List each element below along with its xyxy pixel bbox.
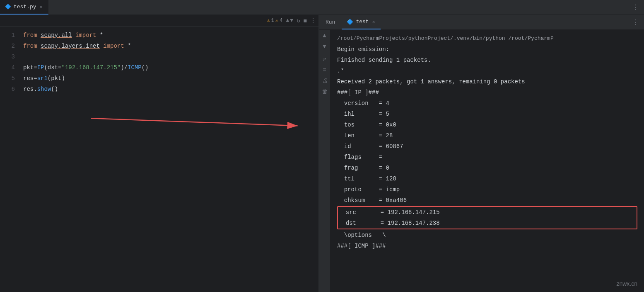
str-ip: "192.168.147.215" xyxy=(61,64,121,71)
kw-from-2: from xyxy=(23,43,37,49)
print-button[interactable]: 🖨 xyxy=(322,78,328,84)
code-line-5: res=sr1(pkt) xyxy=(23,73,318,84)
down-arrow[interactable]: ▼ xyxy=(290,17,293,24)
module-scapy-all: scapy.all xyxy=(41,32,72,39)
func-icmp: ICMP xyxy=(128,64,142,71)
sp1 xyxy=(37,32,41,39)
code-line-4: pkt=IP(dst="192.168.147.215")/ICMP() xyxy=(23,62,318,73)
run-tab-file-icon: 🔷 xyxy=(347,19,353,25)
output-len: len = 28 xyxy=(337,130,637,141)
output-begin: Begin emission: xyxy=(337,44,637,55)
stop-button[interactable]: ◼ xyxy=(304,17,307,24)
output-options: \options \ xyxy=(337,230,637,241)
more-button[interactable]: ⋮ xyxy=(310,17,316,24)
line-num-2: 2 xyxy=(0,41,20,51)
output-dot: .* xyxy=(337,66,637,76)
output-src-dst-box: src = 192.168.147.215 dst = 192.168.147.… xyxy=(337,206,637,229)
output-frag: frag = 0 xyxy=(337,163,637,173)
param-pkt: pkt xyxy=(51,75,61,82)
output-finished: Finished sending 1 packets. xyxy=(337,55,637,66)
line-num-5: 5 xyxy=(0,73,20,84)
nav-arrows[interactable]: ▲ ▼ xyxy=(286,17,294,24)
wrap-button[interactable]: ⇌ xyxy=(323,56,326,63)
line-num-3: 3 xyxy=(0,51,20,62)
sp2 xyxy=(72,32,75,39)
output-ttl: ttl = 128 xyxy=(337,173,637,184)
run-label: Run xyxy=(326,19,335,25)
code-line-2: from scapy.layers.inet import * xyxy=(23,41,318,51)
sp5 xyxy=(100,43,103,49)
func-sr1: sr1 xyxy=(37,75,48,82)
sp4 xyxy=(37,43,41,49)
output-version: version = 4 xyxy=(337,98,637,109)
output-src: src = 192.168.147.215 xyxy=(339,207,636,218)
sp6: * xyxy=(124,43,131,49)
var-res2: res xyxy=(23,86,34,92)
kw-import-1: import xyxy=(75,32,96,39)
kw-import-2: import xyxy=(103,43,124,49)
output-id: id = 60867 xyxy=(337,141,637,152)
run-tab-bar: Run 🔷 test ✕ ⋮ xyxy=(319,15,644,30)
output-chksum: chksum = 0xa406 xyxy=(337,195,637,206)
file-icon: 🔷 xyxy=(5,4,11,10)
func-show: show xyxy=(37,86,51,92)
output-ihl: ihl = 5 xyxy=(337,109,637,119)
main-area: ⚠ 1 ⚠ 4 ▲ ▼ ↻ ◼ ⋮ 1 2 3 4 5 6 xyxy=(0,15,644,292)
run-side-toolbar: ▲ ▼ ⇌ ≡ 🖨 🗑 xyxy=(319,30,330,292)
watermark: znwx.cn xyxy=(616,280,637,287)
editor-menu-button[interactable]: ⋮ xyxy=(632,3,644,12)
output-dst: dst = 192.168.147.238 xyxy=(339,218,636,229)
run-tab-close[interactable]: ✕ xyxy=(371,18,376,25)
trash-button[interactable]: 🗑 xyxy=(322,88,328,95)
run-tab-label[interactable]: Run xyxy=(319,15,342,29)
code-line-1: from scapy.all import * xyxy=(23,30,318,41)
warning-icon: ⚠ xyxy=(267,17,270,24)
output-proto: proto = icmp xyxy=(337,184,637,195)
warning-count: 1 xyxy=(271,18,274,24)
code-line-3 xyxy=(23,51,318,62)
param-dst: dst xyxy=(48,64,58,71)
line-num-1: 1 xyxy=(0,30,20,41)
scroll-down-button[interactable]: ▼ xyxy=(323,43,326,50)
output-icmp-header: ###[ ICMP ]### xyxy=(337,241,637,251)
var-pkt: pkt xyxy=(23,64,34,71)
code-content[interactable]: from scapy.all import * from scapy.layer… xyxy=(20,27,318,292)
code-line-6: res.show() xyxy=(23,84,318,95)
line-num-4: 4 xyxy=(0,62,20,73)
editor-pane: ⚠ 1 ⚠ 4 ▲ ▼ ↻ ◼ ⋮ 1 2 3 4 5 6 xyxy=(0,15,319,292)
tab-test-py[interactable]: 🔷 test.py ✕ xyxy=(0,0,48,15)
output-tos: tos = 0x0 xyxy=(337,119,637,130)
func-ip: IP xyxy=(37,64,44,71)
editor-tab-bar: 🔷 test.py ✕ ⋮ xyxy=(0,0,644,15)
run-tab-name: test xyxy=(356,19,369,25)
align-button[interactable]: ≡ xyxy=(323,67,326,73)
up-arrow[interactable]: ▲ xyxy=(286,17,289,24)
sp3: * xyxy=(96,32,103,39)
run-output-tab[interactable]: 🔷 test ✕ xyxy=(342,15,381,29)
output-ip-header: ###[ IP ]### xyxy=(337,87,637,98)
var-res: res xyxy=(23,75,34,82)
line-numbers: 1 2 3 4 5 6 xyxy=(0,27,20,292)
run-body: ▲ ▼ ⇌ ≡ 🖨 🗑 /root/PycharmProjects/python… xyxy=(319,30,644,292)
rerun-button[interactable]: ↻ xyxy=(297,17,300,24)
run-output[interactable]: /root/PycharmProjects/pythonProject/.ven… xyxy=(330,30,644,292)
module-scapy-layers: scapy.layers.inet xyxy=(41,43,100,49)
warning-icon2: ⚠ xyxy=(275,17,278,24)
warning-count2: 4 xyxy=(280,18,282,24)
tab-label: test.py xyxy=(14,4,36,10)
warning-badge: ⚠ 1 ⚠ 4 xyxy=(267,17,283,24)
output-path-line: /root/PycharmProjects/pythonProject/.ven… xyxy=(337,33,637,44)
output-received: Received 2 packets, got 1 answers, remai… xyxy=(337,76,637,87)
editor-toolbar: ⚠ 1 ⚠ 4 ▲ ▼ ↻ ◼ ⋮ xyxy=(0,15,318,27)
run-panel: Run 🔷 test ✕ ⋮ ▲ ▼ ⇌ ≡ 🖨 🗑 /root/Pycharm… xyxy=(319,15,644,292)
scroll-up-button[interactable]: ▲ xyxy=(323,32,326,39)
code-area: 1 2 3 4 5 6 from scapy.all import * from… xyxy=(0,27,318,292)
line-num-6: 6 xyxy=(0,84,20,95)
run-panel-menu[interactable]: ⋮ xyxy=(632,18,644,27)
output-flags: flags = xyxy=(337,152,637,163)
tab-close-button[interactable]: ✕ xyxy=(39,3,43,10)
kw-from-1: from xyxy=(23,32,37,39)
